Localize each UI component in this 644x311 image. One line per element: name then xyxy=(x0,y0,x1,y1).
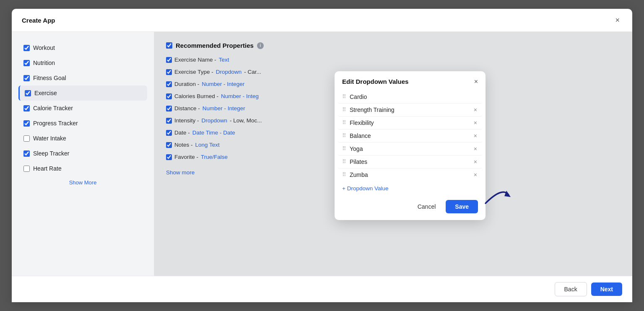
drag-handle-pilates: ⠿ xyxy=(342,158,346,165)
drag-handle-zumba: ⠿ xyxy=(342,171,346,178)
create-app-modal: Create App × WorkoutNutritionFitness Goa… xyxy=(12,9,632,302)
drag-handle-balance: ⠿ xyxy=(342,132,346,139)
sidebar-label-water-intake: Water Intake xyxy=(33,135,66,142)
dropdown-value-row-balance[interactable]: ⠿Balance× xyxy=(338,130,482,143)
dropdown-value-row-yoga[interactable]: ⠿Yoga× xyxy=(338,143,482,156)
sidebar-item-nutrition[interactable]: Nutrition xyxy=(18,55,147,70)
dropdown-value-row-flexibility[interactable]: ⠿Flexibility× xyxy=(338,117,482,130)
edit-dropdown-header: Edit Dropdown Values × xyxy=(335,71,486,91)
sidebar-label-fitness-goal: Fitness Goal xyxy=(33,75,66,81)
dropdown-value-label-strength-training: Strength Training xyxy=(350,106,470,113)
sidebar-label-nutrition: Nutrition xyxy=(33,60,55,66)
dropdown-value-row-cardio[interactable]: ⠿Cardio xyxy=(338,91,482,104)
main-content: Recommended Properties i Exercise Name -… xyxy=(154,32,632,276)
sidebar-item-calorie-tracker[interactable]: Calorie Tracker xyxy=(18,101,147,116)
modal-header: Create App × xyxy=(12,9,632,32)
drag-handle-yoga: ⠿ xyxy=(342,145,346,152)
sidebar-checkbox-heart-rate[interactable] xyxy=(23,166,30,172)
sidebar-item-water-intake[interactable]: Water Intake xyxy=(18,131,147,146)
remove-dropdown-value-button-zumba[interactable]: × xyxy=(473,171,478,178)
sidebar-label-workout: Workout xyxy=(33,44,55,51)
edit-dropdown-modal: Edit Dropdown Values × ⠿Cardio⠿Strength … xyxy=(335,71,486,220)
sidebar-label-sleep-tracker: Sleep Tracker xyxy=(33,150,69,157)
remove-dropdown-value-button-balance[interactable]: × xyxy=(473,132,478,139)
sidebar-checkbox-nutrition[interactable] xyxy=(23,60,30,66)
sidebar-item-workout[interactable]: Workout xyxy=(18,40,147,55)
sidebar-show-more-button[interactable]: Show More xyxy=(18,176,147,189)
sidebar-label-exercise: Exercise xyxy=(34,90,57,96)
overlay: Edit Dropdown Values × ⠿Cardio⠿Strength … xyxy=(154,32,632,276)
arrow-annotation xyxy=(481,182,515,207)
dropdown-values-list: ⠿Cardio⠿Strength Training×⠿Flexibility×⠿… xyxy=(335,91,486,181)
dropdown-value-row-strength-training[interactable]: ⠿Strength Training× xyxy=(338,104,482,117)
sidebar-checkbox-progress-tracker[interactable] xyxy=(23,120,30,127)
remove-dropdown-value-button-strength-training[interactable]: × xyxy=(473,106,478,113)
sidebar: WorkoutNutritionFitness GoalExerciseCalo… xyxy=(12,32,154,276)
dropdown-value-row-pilates[interactable]: ⠿Pilates× xyxy=(338,156,482,168)
dropdown-value-label-flexibility: Flexibility xyxy=(350,119,470,126)
dropdown-value-row-zumba[interactable]: ⠿Zumba× xyxy=(338,168,482,181)
save-button[interactable]: Save xyxy=(446,200,478,213)
edit-dropdown-close-button[interactable]: × xyxy=(474,78,478,86)
modal-body: WorkoutNutritionFitness GoalExerciseCalo… xyxy=(12,32,632,276)
sidebar-checkbox-sleep-tracker[interactable] xyxy=(23,150,30,157)
edit-dropdown-title: Edit Dropdown Values xyxy=(342,78,408,85)
dropdown-value-label-zumba: Zumba xyxy=(350,171,470,178)
sidebar-item-heart-rate[interactable]: Heart Rate xyxy=(18,161,147,176)
modal-footer: Back Next xyxy=(12,276,632,302)
dropdown-value-label-pilates: Pilates xyxy=(350,158,470,165)
sidebar-label-calorie-tracker: Calorie Tracker xyxy=(33,105,73,111)
sidebar-checkbox-water-intake[interactable] xyxy=(23,135,30,142)
sidebar-checkbox-fitness-goal[interactable] xyxy=(23,75,30,81)
next-button[interactable]: Next xyxy=(591,282,622,296)
modal-close-button[interactable]: × xyxy=(613,16,622,25)
sidebar-item-fitness-goal[interactable]: Fitness Goal xyxy=(18,70,147,86)
dropdown-value-label-cardio: Cardio xyxy=(350,93,478,100)
remove-dropdown-value-button-pilates[interactable]: × xyxy=(473,158,478,165)
drag-handle-flexibility: ⠿ xyxy=(342,119,346,126)
back-button[interactable]: Back xyxy=(555,282,587,296)
remove-dropdown-value-button-yoga[interactable]: × xyxy=(473,145,478,152)
sidebar-item-sleep-tracker[interactable]: Sleep Tracker xyxy=(18,146,147,161)
sidebar-label-heart-rate: Heart Rate xyxy=(33,165,62,172)
sidebar-checkbox-calorie-tracker[interactable] xyxy=(23,105,30,111)
sidebar-item-exercise[interactable]: Exercise xyxy=(18,86,147,101)
drag-handle-strength-training: ⠿ xyxy=(342,106,346,113)
svg-marker-0 xyxy=(504,191,511,197)
dropdown-value-label-balance: Balance xyxy=(350,132,470,139)
sidebar-item-progress-tracker[interactable]: Progress Tracker xyxy=(18,116,147,131)
edit-dropdown-footer: Cancel Save xyxy=(335,194,486,220)
dropdown-value-label-yoga: Yoga xyxy=(350,145,470,152)
sidebar-checkbox-exercise[interactable] xyxy=(25,90,31,96)
remove-dropdown-value-button-flexibility[interactable]: × xyxy=(473,119,478,126)
modal-title: Create App xyxy=(22,17,55,24)
sidebar-checkbox-workout[interactable] xyxy=(23,45,30,51)
cancel-button[interactable]: Cancel xyxy=(412,200,442,213)
add-dropdown-value-button[interactable]: + Dropdown Value xyxy=(335,181,396,194)
drag-handle-cardio: ⠿ xyxy=(342,93,346,100)
sidebar-label-progress-tracker: Progress Tracker xyxy=(33,120,78,127)
